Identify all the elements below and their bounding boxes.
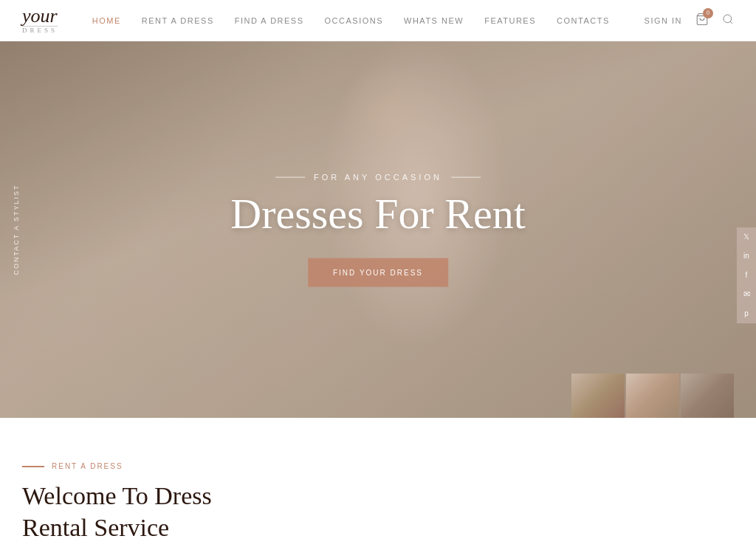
cart-icon[interactable]: 0 bbox=[695, 13, 709, 29]
find-dress-button[interactable]: FIND YOUR DRESS bbox=[308, 258, 448, 286]
nav-find[interactable]: FIND A DRESS bbox=[235, 16, 304, 25]
section-label-text: RENT A DRESS bbox=[52, 462, 123, 470]
nav-rent[interactable]: RENT A DRESS bbox=[142, 16, 214, 25]
logo-your: your bbox=[22, 7, 58, 26]
logo-dress: dress bbox=[22, 26, 58, 34]
header-actions: SIGN IN 0 bbox=[645, 13, 734, 29]
nav-whatsnew[interactable]: WHATS NEW bbox=[404, 16, 464, 25]
cart-badge: 0 bbox=[703, 8, 713, 18]
hero-content: FOR ANY OCCASION Dresses For Rent FIND Y… bbox=[230, 173, 526, 287]
search-icon[interactable] bbox=[722, 13, 734, 28]
hero-subtitle-text: FOR ANY OCCASION bbox=[314, 173, 442, 182]
contact-stylist-label[interactable]: CONTACT A STYLIST bbox=[13, 184, 20, 275]
nav-contacts[interactable]: CONTACTS bbox=[557, 16, 610, 25]
hero-title: Dresses For Rent bbox=[230, 190, 526, 238]
nav-features[interactable]: FEATURES bbox=[484, 16, 536, 25]
section-title: Welcome To Dress Rental Service bbox=[22, 481, 244, 543]
social-sidebar: 𝕏 in f ✉ p bbox=[737, 227, 756, 323]
svg-point-1 bbox=[724, 15, 732, 23]
social-email[interactable]: ✉ bbox=[737, 285, 756, 304]
hero-thumb-2[interactable] bbox=[626, 374, 679, 418]
main-nav: HOME RENT A DRESS FIND A DRESS OCCASIONS… bbox=[92, 16, 610, 25]
hero-thumb-3[interactable] bbox=[681, 374, 734, 418]
svg-line-2 bbox=[730, 21, 732, 24]
nav-home[interactable]: HOME bbox=[92, 16, 121, 25]
social-twitter[interactable]: 𝕏 bbox=[737, 227, 756, 247]
section-title-line1: Welcome To Dress bbox=[22, 482, 212, 509]
section-title-line2: Rental Service bbox=[22, 514, 169, 541]
site-header: your dress HOME RENT A DRESS FIND A DRES… bbox=[0, 0, 756, 41]
hero-section: CONTACT A STYLIST FOR ANY OCCASION Dress… bbox=[0, 41, 756, 418]
nav-occasions[interactable]: OCCASIONS bbox=[325, 16, 384, 25]
social-pinterest[interactable]: p bbox=[737, 304, 756, 323]
social-facebook[interactable]: f bbox=[737, 266, 756, 285]
signin-link[interactable]: SIGN IN bbox=[645, 16, 682, 25]
hero-subtitle: FOR ANY OCCASION bbox=[230, 173, 526, 182]
logo[interactable]: your dress bbox=[22, 7, 58, 34]
hero-thumbnails bbox=[571, 374, 734, 418]
welcome-section: RENT A DRESS Welcome To Dress Rental Ser… bbox=[0, 418, 756, 550]
hero-thumb-1[interactable] bbox=[571, 374, 625, 418]
social-linkedin[interactable]: in bbox=[737, 247, 756, 266]
section-label: RENT A DRESS bbox=[22, 462, 734, 470]
